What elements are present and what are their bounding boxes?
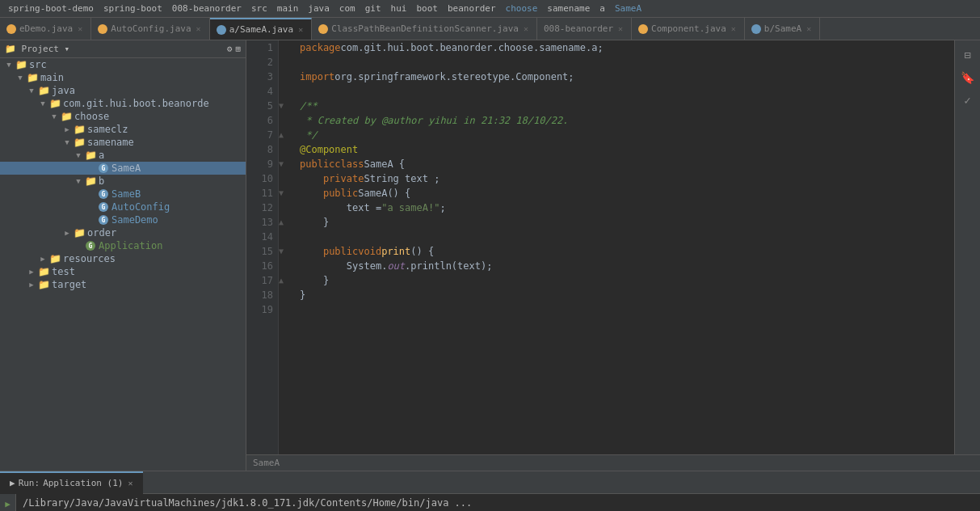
tree-label-folder-a: a bbox=[99, 150, 104, 161]
tab-autoconfig[interactable]: AutoConfig.java ✕ bbox=[91, 18, 209, 40]
icon-sameb: G bbox=[97, 188, 110, 200]
tree-label-order: order bbox=[87, 227, 116, 239]
menu-git[interactable]: git bbox=[360, 2, 386, 15]
tree-src[interactable]: ▼ 📁 src bbox=[0, 58, 246, 71]
icon-samedemo: G bbox=[97, 214, 110, 226]
tree-java[interactable]: ▼ 📁 java bbox=[0, 84, 246, 97]
menu-hui[interactable]: hui bbox=[386, 2, 412, 15]
console-container: ▶ ■ ⏸ ↓ ⊞ 🔍 ⚙ ✕ /Library/Java/JavaVirtua… bbox=[0, 494, 980, 511]
tree-test[interactable]: ▶ 📁 test bbox=[0, 265, 246, 278]
sidebar-icon-2[interactable]: ⊞ bbox=[235, 44, 241, 54]
tree-application[interactable]: G Application bbox=[0, 239, 246, 252]
tree-target[interactable]: ▶ 📁 target bbox=[0, 278, 246, 291]
code-line-2 bbox=[300, 55, 948, 70]
menu-main[interactable]: main bbox=[272, 2, 304, 15]
code-content[interactable]: package com.git.hui.boot.beanorder.choos… bbox=[293, 40, 954, 454]
close-tab-component[interactable]: ✕ bbox=[730, 24, 738, 33]
tree-label-folder-b: b bbox=[99, 175, 104, 187]
tree-order[interactable]: ▶ 📁 order bbox=[0, 226, 246, 239]
menu-spring-boot[interactable]: spring-boot bbox=[99, 2, 167, 15]
tree-com[interactable]: ▼ 📁 com.git.hui.boot.beanorde bbox=[0, 97, 246, 110]
tab-classpathscanner[interactable]: ClassPathBeanDefinitionScanner.java ✕ bbox=[312, 18, 537, 40]
code-line-19 bbox=[300, 302, 948, 317]
menu-com[interactable]: com bbox=[334, 2, 360, 15]
tree-folder-a[interactable]: ▼ 📁 a bbox=[0, 149, 246, 162]
tab-label-autoconfig: AutoConfig.java bbox=[111, 23, 191, 34]
java-icon-samea: G bbox=[99, 163, 108, 173]
tree-label-com: com.git.hui.boot.beanorde bbox=[63, 98, 209, 109]
folder-icon-com: 📁 bbox=[48, 98, 61, 109]
close-run-tab[interactable]: ✕ bbox=[128, 479, 132, 488]
tree-label-test: test bbox=[52, 266, 75, 277]
code-line-11: public SameA() { bbox=[300, 186, 948, 201]
todo-icon[interactable]: ✓ bbox=[958, 91, 978, 110]
close-tab-edemo[interactable]: ✕ bbox=[76, 24, 84, 33]
tree-main[interactable]: ▼ 📁 main bbox=[0, 71, 246, 84]
tree-sameclz[interactable]: ▶ 📁 sameclz bbox=[0, 123, 246, 136]
structure-icon[interactable]: ⊟ bbox=[958, 45, 978, 65]
tree-label-resources: resources bbox=[63, 253, 116, 264]
tab-samea[interactable]: a/SameA.java ✕ bbox=[210, 18, 313, 40]
close-tab-008beanorder[interactable]: ✕ bbox=[616, 24, 625, 33]
tab-edemo[interactable]: eDemo.java ✕ bbox=[0, 18, 91, 40]
icon-samea: G bbox=[97, 163, 110, 174]
menu-boot[interactable]: boot bbox=[411, 2, 443, 15]
restart-btn[interactable]: ▶ bbox=[2, 497, 15, 510]
close-tab-samea[interactable]: ✕ bbox=[297, 25, 305, 34]
folder-icon-src: 📁 bbox=[15, 59, 27, 70]
console-output: /Library/Java/JavaVirtualMachines/jdk1.8… bbox=[16, 494, 505, 511]
tree-choose[interactable]: ▼ 📁 choose bbox=[0, 110, 246, 123]
arrow-order: ▶ bbox=[61, 229, 73, 237]
tab-icon-component bbox=[638, 24, 648, 34]
menu-beanorder[interactable]: beanorder bbox=[443, 2, 501, 15]
close-tab-bsamea[interactable]: ✕ bbox=[805, 24, 813, 33]
arrow-com: ▼ bbox=[37, 99, 48, 108]
arrow-resources: ▶ bbox=[37, 255, 48, 263]
tab-component[interactable]: Component.java ✕ bbox=[632, 18, 745, 40]
menu-008-beanorder[interactable]: 008-beanorder bbox=[167, 2, 246, 15]
folder-icon-sameclz: 📁 bbox=[73, 124, 86, 135]
right-panel: ⊟ 🔖 ✓ bbox=[954, 40, 980, 454]
code-line-17: } bbox=[300, 273, 948, 288]
menu-a[interactable]: a bbox=[595, 2, 610, 15]
tab-008beanorder[interactable]: 008-beanorder ✕ bbox=[537, 18, 632, 40]
tree-samename[interactable]: ▼ 📁 samename bbox=[0, 136, 246, 149]
folder-icon-a: 📁 bbox=[84, 150, 97, 161]
console-text: /Library/Java/JavaVirtualMachines/jdk1.8… bbox=[23, 497, 472, 509]
tree-autoconfig[interactable]: G AutoConfig bbox=[0, 201, 246, 213]
tree-folder-b[interactable]: ▼ 📁 b bbox=[0, 175, 246, 188]
run-tab[interactable]: ▶ Run: Application (1) ✕ bbox=[0, 471, 143, 494]
menu-src[interactable]: src bbox=[246, 2, 272, 15]
sidebar-icon-1[interactable]: ⚙ bbox=[227, 44, 233, 54]
arrow-test: ▶ bbox=[26, 268, 37, 276]
menu-samename[interactable]: samename bbox=[542, 2, 595, 15]
code-line-10: private String text ; bbox=[300, 171, 948, 186]
menu-java[interactable]: java bbox=[303, 2, 334, 15]
menu-samea[interactable]: SameA bbox=[610, 2, 646, 15]
tab-icon-classpathscanner bbox=[318, 24, 328, 34]
tab-icon-samea bbox=[217, 25, 226, 35]
tab-label-bsamea: b/SameA bbox=[764, 23, 801, 34]
icon-application: G bbox=[84, 240, 97, 251]
bookmarks-icon[interactable]: 🔖 bbox=[958, 68, 978, 87]
close-tab-classpathscanner[interactable]: ✕ bbox=[522, 24, 530, 33]
sidebar: 📁 Project ▾ ⚙ ⊞ ▼ 📁 src ▼ 📁 main ▼ 📁 jav… bbox=[0, 40, 246, 471]
menu-bar: spring-boot-demo spring-boot 008-beanord… bbox=[0, 0, 980, 18]
tree-samea[interactable]: G SameA bbox=[0, 162, 246, 175]
editor-area[interactable]: 1 2 3 4 5 6 7 8 9 10 11 12 13 14 bbox=[246, 40, 954, 454]
menu-spring-boot-demo[interactable]: spring-boot-demo bbox=[3, 2, 99, 15]
close-tab-autoconfig[interactable]: ✕ bbox=[195, 24, 203, 33]
tree-samedemo[interactable]: G SameDemo bbox=[0, 213, 246, 226]
run-label: ▶ bbox=[10, 478, 15, 488]
tree-label-target: target bbox=[52, 279, 86, 290]
tree-label-main: main bbox=[40, 72, 64, 83]
tree-sameb[interactable]: G SameB bbox=[0, 188, 246, 201]
code-line-9: public class SameA { bbox=[300, 157, 948, 171]
folder-icon-order: 📁 bbox=[73, 227, 86, 239]
code-line-3: import org.springframework.stereotype.Co… bbox=[300, 70, 948, 84]
editor-status: SameA bbox=[246, 454, 980, 471]
tab-label-samea: a/SameA.java bbox=[229, 24, 293, 35]
menu-choose[interactable]: choose bbox=[501, 2, 543, 15]
tab-bsamea[interactable]: b/SameA ✕ bbox=[745, 18, 820, 40]
tree-resources[interactable]: ▶ 📁 resources bbox=[0, 252, 246, 265]
